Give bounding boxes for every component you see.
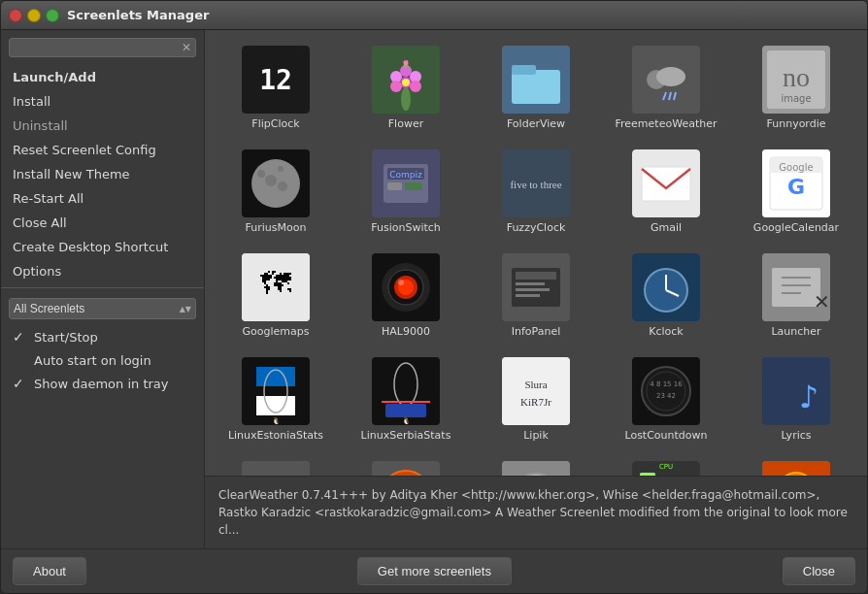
show-daemon-checkbox-row[interactable]: ✓ Show daemon in tray: [1, 372, 204, 395]
screenlet-item-linuxserbiastats[interactable]: 🐧 LinuxSerbiaStats: [343, 349, 469, 449]
screenlet-item-lipik[interactable]: SluraKiR7Jr Lipik: [473, 349, 599, 449]
screenlets-manager-window: Screenlets Manager ✕ Launch/Add Install …: [0, 0, 868, 594]
screenlet-icon-meter: CPU: [632, 461, 700, 476]
start-stop-checkmark: ✓: [13, 329, 28, 345]
sidebar-item-install[interactable]: Install: [1, 89, 204, 114]
screenlet-item-funnyordie[interactable]: noimage Funnyordie: [733, 38, 859, 138]
screenlets-dropdown[interactable]: All Screenlets ▲▼: [9, 298, 196, 319]
svg-text:image: image: [781, 93, 811, 104]
screenlet-item-fuzzyclock[interactable]: five to three FuzzyClock: [473, 142, 599, 242]
search-input[interactable]: [14, 41, 182, 54]
svg-rect-81: [502, 357, 570, 425]
screenlet-label-freemeteoweather: FreemeteoWeather: [616, 117, 718, 130]
screenlet-item-mainmenu[interactable]: MainMenu: [343, 453, 469, 476]
screenlet-label-hal9000: HAL9000: [382, 325, 430, 338]
sidebar-item-create-shortcut[interactable]: Create Desktop Shortcut: [1, 235, 204, 259]
svg-text:Slura: Slura: [524, 379, 547, 390]
screenlet-item-fusionswitch[interactable]: Compiz FusionSwitch: [343, 142, 469, 242]
screenlet-icon-hal9000: [372, 253, 440, 321]
screenlet-icon-lostcountdown: 4 8 15 1623 42: [632, 357, 700, 425]
sidebar-item-options[interactable]: Options: [1, 259, 204, 283]
close-button[interactable]: Close: [783, 557, 855, 585]
about-button[interactable]: About: [13, 557, 86, 585]
sidebar-item-reset-config[interactable]: Reset Screenlet Config: [1, 138, 204, 162]
screenlet-icon-flipclock: 12: [242, 46, 310, 114]
content-area: ✕ Launch/Add Install Uninstall Reset Scr…: [1, 30, 867, 548]
minimize-button[interactable]: [27, 9, 41, 22]
svg-point-3: [401, 87, 411, 111]
window-controls: [9, 9, 59, 22]
svg-rect-35: [387, 182, 402, 190]
show-daemon-label: Show daemon in tray: [34, 377, 169, 391]
svg-point-10: [402, 79, 410, 86]
svg-text:🌷: 🌷: [401, 59, 411, 69]
sidebar-item-uninstall[interactable]: Uninstall: [1, 114, 204, 138]
screenlet-label-lostcountdown: LostCountdown: [624, 429, 707, 442]
screenlet-icon-funnyordie: noimage: [762, 46, 830, 114]
search-bar[interactable]: ✕: [9, 38, 196, 57]
svg-point-27: [265, 175, 277, 186]
screenlet-icon-fuzzyclock: five to three: [502, 149, 570, 217]
svg-rect-91: [242, 461, 310, 476]
svg-point-85: [642, 367, 690, 415]
screenlet-label-funnyordie: Funnyordie: [766, 117, 825, 130]
screenlet-label-infopanel: InfoPanel: [512, 325, 561, 338]
auto-start-checkbox-row[interactable]: ✓ Auto start on login: [1, 348, 204, 372]
screenlet-item-manometer[interactable]: Manometer: [473, 453, 599, 476]
sidebar-item-install-theme[interactable]: Install New Theme: [1, 162, 204, 186]
search-clear-button[interactable]: ✕: [182, 41, 191, 54]
screenlet-item-mailcheck[interactable]: MailCheck: [213, 453, 339, 476]
screenlet-item-folderview[interactable]: FolderView: [473, 38, 599, 138]
screenlet-item-linuxestoniastats[interactable]: 🐧 LinuxEstoniaStats: [213, 349, 339, 449]
window-title: Screenlets Manager: [67, 8, 209, 22]
start-stop-checkbox-row[interactable]: ✓ Start/Stop: [1, 325, 204, 348]
svg-rect-59: [516, 294, 540, 297]
svg-rect-13: [512, 70, 560, 104]
svg-point-8: [410, 81, 421, 92]
svg-text:4 8 15 16: 4 8 15 16: [650, 380, 683, 388]
screenlet-item-googlecalendar[interactable]: GoogleG GoogleCalendar: [733, 142, 859, 242]
svg-text:🐧: 🐧: [402, 416, 411, 425]
screenlet-item-mount[interactable]: Mount: [733, 453, 859, 476]
screenlet-item-lyrics[interactable]: ♪ Lyrics: [733, 349, 859, 449]
screenlet-item-furiusmoon[interactable]: FuriusMoon: [213, 142, 339, 242]
svg-point-53: [398, 280, 404, 285]
screenlet-label-googlecalendar: GoogleCalendar: [753, 221, 839, 234]
screenlet-label-flipclock: FlipClock: [251, 117, 299, 130]
screenlet-item-flipclock[interactable]: 12 FlipClock: [213, 38, 339, 138]
sidebar-menu: Launch/Add Install Uninstall Reset Scree…: [1, 65, 204, 283]
screenlet-item-infopanel[interactable]: InfoPanel: [473, 246, 599, 346]
screenlet-item-launcher[interactable]: ✕ Launcher: [733, 246, 859, 346]
get-more-button[interactable]: Get more screenlets: [357, 557, 512, 585]
show-daemon-checkmark: ✓: [13, 376, 28, 391]
screenlet-item-freemeteoweather[interactable]: FreemeteoWeather: [603, 38, 729, 138]
screenlet-item-gmail[interactable]: Gmail: [603, 142, 729, 242]
screenlet-label-googlemaps: Googlemaps: [243, 325, 310, 338]
screenlet-icon-freemeteoweather: [632, 46, 700, 114]
screenlet-item-kclock[interactable]: Kclock: [603, 246, 729, 346]
screenlet-item-hal9000[interactable]: HAL9000: [343, 246, 469, 346]
sidebar-item-launch-add[interactable]: Launch/Add: [1, 65, 204, 89]
screenlet-icon-furiusmoon: [242, 149, 310, 217]
close-window-button[interactable]: [9, 9, 22, 22]
screenlet-icon-folderview: [502, 46, 570, 114]
dropdown-section: All Screenlets ▲▼: [1, 292, 204, 325]
screenlet-item-flower[interactable]: 🌷 Flower: [343, 38, 469, 138]
screenlets-select[interactable]: All Screenlets: [10, 299, 176, 318]
screenlet-icon-googlemaps: 🗺: [242, 253, 310, 321]
sidebar-item-restart-all[interactable]: Re-Start All: [1, 186, 204, 211]
svg-text:no: no: [783, 62, 810, 92]
maximize-button[interactable]: [46, 9, 59, 22]
description-text: ClearWeather 0.7.41+++ by Aditya Kher <h…: [218, 488, 848, 537]
svg-point-30: [278, 166, 284, 172]
screenlet-label-linuxserbiastats: LinuxSerbiaStats: [361, 429, 451, 442]
screenlet-item-meter[interactable]: CPU Meter: [603, 453, 729, 476]
sidebar-item-close-all[interactable]: Close All: [1, 211, 204, 235]
screenlet-icon-gmail: [632, 149, 700, 217]
screenlet-item-googlemaps[interactable]: 🗺 Googlemaps: [213, 246, 339, 346]
screenlet-item-lostcountdown[interactable]: 4 8 15 1623 42 LostCountdown: [603, 349, 729, 449]
main-area: 12 FlipClock 🌷 Flower FolderView Freemet…: [205, 30, 867, 548]
svg-text:🐧: 🐧: [272, 416, 281, 425]
description-area: ClearWeather 0.7.41+++ by Aditya Kher <h…: [205, 476, 867, 548]
bottom-bar: About Get more screenlets Close: [1, 548, 867, 593]
